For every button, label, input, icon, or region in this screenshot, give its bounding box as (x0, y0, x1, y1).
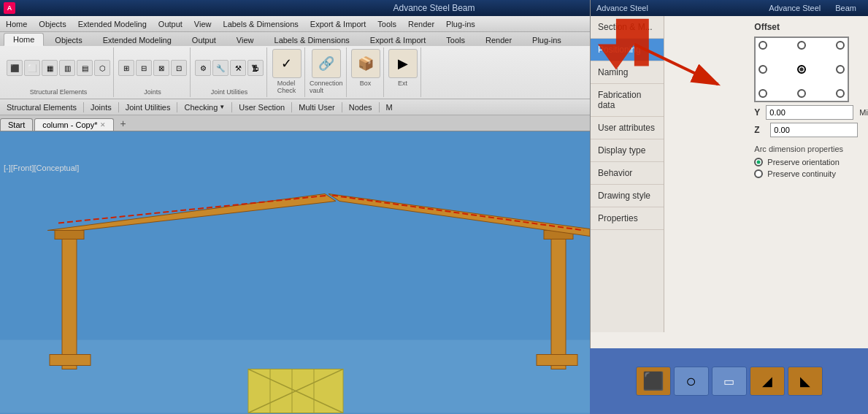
arc-preserve-continuity-row: Preserve continuity (754, 169, 862, 178)
structural-icon-4[interactable]: ▥ (59, 60, 75, 76)
bottom-icon-3[interactable]: ▭ (712, 367, 747, 396)
panel-tab-advance-steel[interactable]: Advance Steel (763, 3, 826, 13)
panel-topbar: Advance Steel Advance Steel Beam (591, 0, 868, 16)
menu-user-attributes[interactable]: User attributes (591, 117, 664, 139)
ribbon2-checking[interactable]: Checking ▼ (180, 101, 229, 113)
joints-icon-2[interactable]: ⊟ (136, 60, 152, 76)
position-grid-container (754, 37, 849, 102)
ribbon2-m[interactable]: M (382, 101, 397, 113)
ribbon-tab-tools[interactable]: Tools (437, 34, 475, 46)
ribbon2-joints[interactable]: Joints (86, 101, 116, 113)
menu-render[interactable]: Render (402, 16, 440, 31)
menu-display-type[interactable]: Display type (591, 139, 664, 162)
menu-section[interactable]: Section & M... (591, 16, 664, 39)
pos-radio-tm[interactable] (797, 41, 806, 50)
ribbon-tab-plugins[interactable]: Plug-ins (523, 34, 571, 46)
tab-add-button[interactable]: + (115, 116, 130, 131)
ribbon2-nodes[interactable]: Nodes (345, 101, 377, 113)
bottom-icon-4[interactable]: ◢ (750, 367, 785, 396)
svg-rect-4 (551, 238, 566, 369)
menu-tools[interactable]: Tools (372, 16, 402, 31)
joint-util-icon-4[interactable]: 🗜 (247, 60, 264, 76)
joints-icon-1[interactable]: ⊞ (118, 60, 134, 76)
ribbon2-joint-utilities[interactable]: Joint Utilities (121, 101, 175, 113)
ribbon-tab-extended[interactable]: Extended Modeling (93, 34, 181, 46)
arc-section: Arc dimension properties Preserve orient… (754, 145, 862, 178)
pos-radio-tr[interactable] (836, 41, 845, 50)
ribbon2-user-section[interactable]: User Section (234, 101, 289, 113)
arc-radio-preserve-orientation[interactable] (754, 158, 763, 166)
ext-icon[interactable]: ▶ (388, 49, 418, 78)
joints-icon-3[interactable]: ⊠ (153, 60, 169, 76)
pos-radio-ml[interactable] (758, 65, 767, 74)
menu-fabrication[interactable]: Fabrication data (591, 84, 664, 117)
panel-body: Section & M... Positioning Naming Fabric… (591, 16, 868, 348)
joint-util-icon-1[interactable]: ⚙ (195, 60, 211, 76)
ribbon2-sep7 (379, 102, 380, 112)
pos-radio-mr[interactable] (836, 65, 845, 74)
arc-preserve-continuity-label: Preserve continuity (767, 169, 836, 178)
tab-active-doc[interactable]: column - Copy* ✕ (34, 118, 114, 131)
left-menu: Section & M... Positioning Naming Fabric… (591, 16, 664, 332)
joint-util-icon-3[interactable]: ⚒ (230, 60, 246, 76)
tab-close-button[interactable]: ✕ (100, 121, 106, 129)
menu-labels-dimensions[interactable]: Labels & Dimensions (218, 16, 304, 31)
ribbon2-structural[interactable]: Structural Elements (2, 101, 81, 113)
ribbon2-sep2 (118, 102, 119, 112)
structural-icon-5[interactable]: ▤ (77, 60, 93, 76)
structural-group-label: Structural Elements (30, 88, 88, 96)
model-check-icon[interactable]: ✓ (272, 49, 302, 78)
panel-tab-beam[interactable]: Beam (829, 3, 862, 13)
arc-preserve-orientation-label: Preserve orientation (767, 158, 839, 166)
joint-util-icons: ⚙ 🔧 ⚒ 🗜 (195, 49, 264, 87)
pos-radio-tl[interactable] (758, 41, 767, 50)
structural-icon-6[interactable]: ⬡ (94, 60, 110, 76)
structural-icon-2[interactable]: ⬜ (24, 60, 40, 76)
bottom-icon-5[interactable]: ◣ (788, 367, 823, 396)
ribbon-tab-labels[interactable]: Labels & Dimensions (265, 34, 359, 46)
menu-plugins[interactable]: Plug-ins (440, 16, 481, 31)
pos-radio-br[interactable] (836, 89, 845, 98)
z-input[interactable] (770, 123, 858, 137)
menu-output[interactable]: Output (153, 16, 188, 31)
menu-home[interactable]: Home (0, 16, 33, 31)
ribbon-tab-view[interactable]: View (227, 34, 264, 46)
connection-vault-icon[interactable]: 🔗 (312, 49, 341, 78)
bottom-icon-2[interactable]: ○ (674, 367, 709, 396)
pos-radio-bm[interactable] (797, 89, 806, 98)
connection-vault-label: Connectionvault (310, 80, 343, 94)
menu-view[interactable]: View (188, 16, 218, 31)
menu-properties[interactable]: Properties (591, 207, 664, 230)
panel-title1: Advance Steel (596, 4, 648, 12)
menu-drawing-style[interactable]: Drawing style (591, 185, 664, 207)
joints-icon-4[interactable]: ⊡ (171, 60, 187, 76)
ribbon-tab-output[interactable]: Output (183, 34, 226, 46)
ribbon-tab-render[interactable]: Render (476, 34, 521, 46)
structural-icon-3[interactable]: ▦ (42, 60, 58, 76)
menu-objects[interactable]: Objects (33, 16, 72, 31)
pos-radio-bl[interactable] (758, 89, 767, 98)
menu-extended-modeling[interactable]: Extended Modeling (72, 16, 153, 31)
pos-radio-mm[interactable] (797, 65, 806, 74)
menu-positioning[interactable]: Positioning (591, 39, 664, 61)
menu-behavior[interactable]: Behavior (591, 162, 664, 185)
bottom-icon-1[interactable]: ⬛ (636, 367, 671, 396)
box-icon[interactable]: 📦 (351, 49, 380, 78)
ribbon2-multi-user[interactable]: Multi User (294, 101, 339, 113)
ribbon-tab-objects[interactable]: Objects (45, 34, 91, 46)
y-label: Y (754, 107, 760, 118)
structural-icon-1[interactable]: ⬛ (7, 60, 23, 76)
joint-util-icon-2[interactable]: 🔧 (212, 60, 228, 76)
tab-start[interactable]: Start (0, 118, 33, 131)
box-label: Box (360, 80, 372, 87)
checking-dropdown-arrow: ▼ (219, 104, 225, 110)
ribbon-tab-export[interactable]: Export & Import (361, 34, 435, 46)
arc-radio-preserve-continuity[interactable] (754, 169, 763, 178)
menu-export-import[interactable]: Export & Import (304, 16, 372, 31)
y-input[interactable] (766, 105, 853, 120)
ext-label: Ext (398, 80, 407, 87)
arc-section-title: Arc dimension properties (754, 145, 862, 153)
ribbon-group-structural: ⬛ ⬜ ▦ ▥ ▤ ⬡ Structural Elements (4, 47, 114, 97)
menu-naming[interactable]: Naming (591, 61, 664, 84)
ribbon-tab-home[interactable]: Home (4, 33, 44, 46)
